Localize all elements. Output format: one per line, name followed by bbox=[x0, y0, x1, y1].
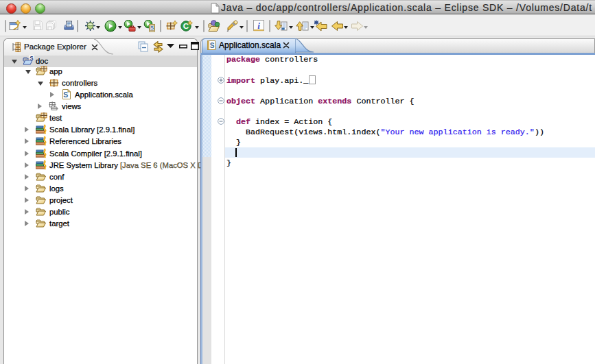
svg-text:S: S bbox=[150, 25, 154, 31]
svg-text:S: S bbox=[210, 42, 215, 49]
svg-text:i: i bbox=[257, 21, 260, 31]
